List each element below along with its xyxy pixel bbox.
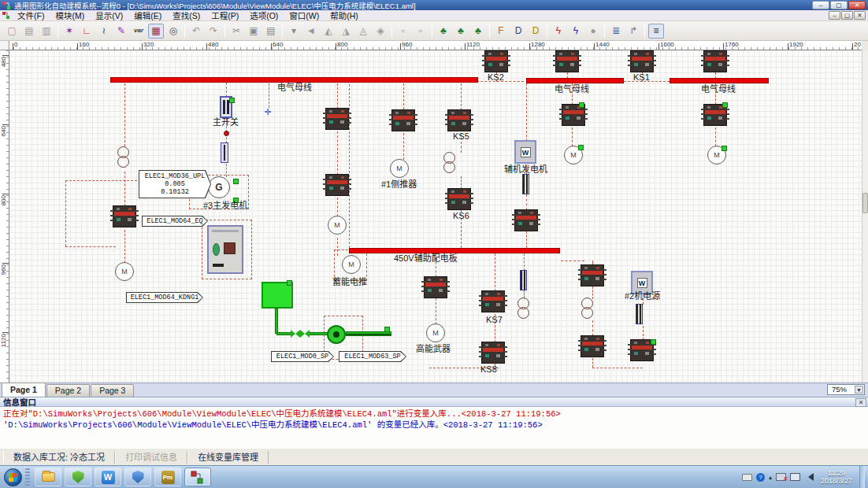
menu-item[interactable]: 工程(P) — [206, 10, 244, 21]
taskbar-grip[interactable] — [25, 468, 30, 486]
pm-app-icon[interactable]: Pm — [154, 468, 181, 486]
component-breaker[interactable] — [325, 174, 349, 196]
keyboard-layout-icon[interactable] — [742, 474, 752, 481]
paste-icon[interactable]: ▤ — [263, 24, 279, 39]
font-icon[interactable]: F — [493, 24, 509, 39]
new-file-icon[interactable]: ▢ — [4, 24, 20, 39]
component-motor[interactable]: M — [115, 262, 134, 281]
rotate-left-icon[interactable]: ◬ — [355, 24, 371, 39]
diagram-canvas[interactable]: 电气母线电气母线电气母线450V辅助配电板MMMMMMMGWW✛主开关#3主发电… — [9, 50, 862, 383]
component-reactor[interactable] — [636, 304, 643, 324]
mdi-close-button[interactable]: ✕ — [854, 11, 866, 20]
component-reactor[interactable] — [520, 270, 527, 290]
component-label[interactable]: KS8 — [480, 365, 497, 374]
var-label-icon[interactable]: var — [131, 24, 147, 39]
db-import-icon[interactable]: D — [528, 24, 543, 39]
antivirus-shield-icon[interactable] — [65, 468, 91, 486]
bus-bar[interactable] — [110, 77, 478, 83]
flip-horizontal-icon[interactable]: ◭ — [321, 24, 336, 39]
component-label[interactable]: 蓄能电推 — [332, 278, 367, 287]
component-valve[interactable] — [291, 330, 300, 338]
signal-tag[interactable]: ELEC1_MOD36_UPL0.0050.10132 — [139, 170, 211, 198]
restore-button[interactable]: ▢ — [830, 1, 848, 9]
int-tree-icon[interactable]: ♣ — [453, 24, 469, 39]
component-breaker[interactable] — [113, 205, 136, 227]
component-label[interactable]: KS5 — [453, 132, 469, 141]
menu-item[interactable]: 模块(M) — [50, 10, 90, 21]
connect-node-icon[interactable]: ≀ — [96, 24, 112, 39]
menu-item[interactable]: 窗口(W) — [284, 10, 325, 21]
component-breaker[interactable] — [447, 109, 471, 131]
cut-icon[interactable]: ✂ — [228, 24, 244, 39]
menu-item[interactable]: 帮助(H) — [325, 10, 364, 21]
draw-line-icon[interactable]: ∟ — [79, 24, 95, 39]
component-breaker[interactable] — [581, 264, 604, 287]
close-button[interactable]: ✕ — [848, 1, 866, 9]
component-label[interactable]: 主开关 — [213, 118, 239, 127]
page-tab[interactable]: Page 2 — [46, 384, 90, 397]
component-transformer[interactable] — [579, 298, 596, 321]
nudge-left-icon[interactable]: ◄ — [303, 24, 319, 39]
component-motor[interactable]: M — [342, 255, 361, 274]
component-tank[interactable] — [262, 282, 293, 309]
stop-icon[interactable]: ● — [585, 24, 601, 39]
debug-dynamic-icon[interactable]: ϟ — [568, 24, 584, 39]
pointer-dropdown-icon[interactable]: ▾ — [286, 24, 302, 39]
component-breaker[interactable] — [447, 188, 471, 210]
component-breaker[interactable] — [391, 109, 415, 131]
component-label[interactable]: #3主发电机 — [203, 201, 247, 210]
bus-bar[interactable] — [349, 248, 560, 253]
component-label[interactable]: KS7 — [486, 316, 503, 324]
component-breaker[interactable] — [555, 50, 579, 72]
component-transformer[interactable] — [441, 152, 458, 176]
component-breaker[interactable] — [581, 335, 604, 357]
flip-vertical-icon[interactable]: ◮ — [338, 24, 354, 39]
component-label[interactable]: KS2 — [488, 73, 504, 82]
doc-view-icon[interactable]: ≣ — [608, 24, 624, 39]
zoom-select[interactable]: 75% ▼ — [827, 384, 865, 395]
component-breaker[interactable] — [424, 276, 447, 298]
wps-writer-icon[interactable]: W — [95, 468, 121, 486]
signal-tag[interactable]: ELEC1_MOD63_SP — [339, 351, 406, 362]
display-settings-icon[interactable] — [790, 473, 800, 481]
menu-item[interactable]: 显示(V) — [90, 10, 128, 21]
var-tree-icon[interactable]: ♣ — [436, 24, 451, 39]
component-reddot[interactable] — [224, 131, 229, 136]
bus-label[interactable]: 电气母线 — [701, 85, 736, 94]
pc-manager-shield-icon[interactable] — [124, 468, 151, 486]
component-label[interactable]: 辅机发电机 — [504, 165, 547, 174]
page-tab[interactable]: Page 1 — [2, 383, 46, 397]
start-button[interactable] — [4, 468, 22, 486]
add-module-icon[interactable]: ✶ — [61, 24, 77, 39]
component-breaker[interactable] — [514, 209, 538, 231]
taskbar-clock[interactable]: 11:29 2018/3/27 — [818, 469, 855, 485]
component-transformer[interactable] — [515, 298, 532, 321]
component-fuse[interactable] — [221, 142, 228, 163]
component-label[interactable]: #2机电源 — [625, 292, 660, 301]
component-breaker[interactable] — [481, 290, 505, 312]
component-breaker[interactable] — [703, 50, 727, 72]
menu-item[interactable]: 选项(O) — [244, 10, 284, 21]
component-breaker[interactable] — [481, 342, 505, 364]
component-reactor[interactable] — [522, 174, 529, 194]
rotate-right-icon[interactable]: ◈ — [373, 24, 388, 39]
hidden-icons-arrow[interactable]: ▴ — [769, 474, 772, 481]
status-cell[interactable]: 在线变量库管理 — [187, 451, 269, 464]
component-breaker[interactable] — [325, 108, 349, 130]
mdi-minimize-button[interactable]: – — [829, 11, 840, 20]
signal-tag[interactable]: ELEC1_MOD0_SP — [271, 351, 334, 362]
bus-label[interactable]: 电气母线 — [277, 83, 312, 92]
component-breaker[interactable] — [630, 50, 654, 72]
component-transformer[interactable] — [115, 146, 132, 170]
page-tab[interactable]: Page 3 — [91, 384, 134, 397]
info-close-icon[interactable]: ✕ — [855, 398, 866, 407]
component-junction[interactable]: ✛ — [263, 107, 273, 116]
mdi-restore-button[interactable]: ▢ — [841, 11, 853, 20]
component-motor[interactable]: M — [426, 323, 445, 342]
menu-item[interactable]: 编辑(E) — [128, 10, 167, 21]
component-motor[interactable]: M — [328, 216, 347, 235]
db-export-icon[interactable]: D — [510, 24, 526, 39]
open-file-icon[interactable]: ▤ — [21, 24, 37, 39]
component-wbox[interactable]: W — [514, 140, 536, 164]
redo-icon[interactable]: ↷ — [206, 24, 221, 39]
